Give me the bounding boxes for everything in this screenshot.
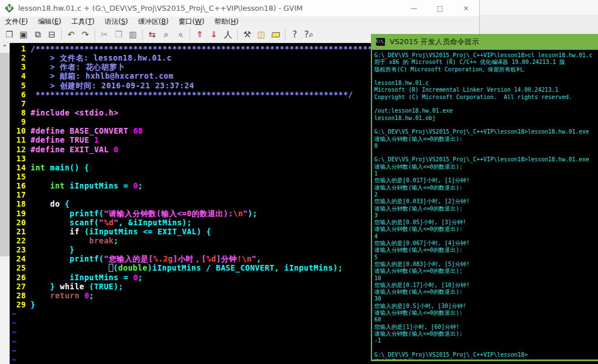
console-line: 4 [374,233,598,240]
toolbar-separator [142,29,143,40]
find-replace-button[interactable]: ⇆ [145,28,159,41]
redo-button[interactable]: ↷ [78,28,92,41]
console-line: 请输入分钟数(输入<=0的数退出): [374,136,598,143]
console-line: 60 [374,316,598,323]
console-line [374,149,598,156]
make-button[interactable]: ⚒ [240,28,254,41]
line-number: 17 [10,190,26,199]
tilde-marker: ~ [12,346,17,355]
save-session-button[interactable]: ⇓ [207,28,221,41]
console-line: 2 [374,191,598,198]
line-number: 3 [10,62,26,71]
maximize-button[interactable]: □ [427,0,453,16]
line-number: 11 [10,135,26,144]
console-line: 0 [374,143,598,149]
scrollbar-up-arrow-icon[interactable]: ^ [0,43,10,53]
line-number: 16 [10,181,26,190]
line-number: 29 [10,300,26,309]
console-line: 1 [374,170,598,177]
print-button[interactable]: ⊟ [45,28,59,41]
open-button[interactable]: ❒ [2,28,16,41]
line-number: 10 [10,126,26,135]
console-line: 30 [374,296,598,302]
line-number: 26 [10,273,26,282]
menu-e[interactable]: 编辑(E) [33,17,66,27]
line-number: 21 [10,227,26,236]
menu-f[interactable]: 文件(F) [0,17,33,27]
screen: V lesson18.hw.01.c + (G:\_DEV\VS_Proj\VS… [0,0,598,364]
menu-s[interactable]: 语法(S) [100,17,133,27]
console-line: 您输入的是[0.17]小时, [10]分钟! [374,282,598,289]
console-line: 版权所有(C) Microsoft Corporation。保留所有权利。 [374,66,598,73]
line-number: 25 [10,263,26,272]
find-help-button[interactable]: ?⌕ [302,28,316,41]
help-button[interactable]: ? [288,28,302,41]
line-number: 24 [10,254,26,263]
console-line: G:\_DEV\VS_Proj\VS2015_Proj\_C++VIP\less… [374,52,598,59]
line-number: 9 [10,117,26,126]
console-line: 请输入分钟数(输入<=0的数退出): [374,289,598,296]
copy-button[interactable]: ❐ [112,28,126,41]
save-button[interactable]: ▣ [16,28,31,41]
line-number: 20 [10,218,26,227]
menu-w[interactable]: 窗口(W) [174,17,210,27]
close-button[interactable]: ✕ [453,0,479,16]
console-line: 您输入的是[0.017]小时, [1]分钟! [374,177,598,184]
cut-button[interactable]: ✂ [97,28,112,41]
find-next-button[interactable]: ⌕ [159,28,173,41]
console-line: G:\_DEV\VS_Proj\VS2015_Proj\_C++VIP\less… [374,129,598,135]
line-number: 4 [10,71,26,80]
console-line: 3 [374,212,598,219]
save-all-button[interactable]: ⧉ [31,28,45,41]
run-script-button[interactable]: 人 [221,28,235,41]
console-line: -1 [374,337,598,344]
background-window-edge [480,0,598,15]
console-titlebar[interactable]: C:\_ VS2015 开发人员命令提示 [371,34,598,50]
console-window-title: VS2015 开发人员命令提示 [390,37,479,47]
tilde-marker: ~ [12,309,17,318]
console-line [374,344,598,351]
console-line: 您输入的是[0.5]小时, [30]分钟! [374,303,598,310]
find-prev-button[interactable]: ⌕ [173,28,187,41]
menu-h[interactable]: 帮助(H) [210,17,244,27]
console-line: 您输入的是[0.033]小时, [2]分钟! [374,198,598,205]
scrollbar-thumb[interactable] [0,53,10,256]
line-number: 8 [10,108,26,117]
console-output[interactable]: G:\_DEV\VS_Proj\VS2015_Proj\_C++VIP\less… [372,50,598,359]
console-line: 请输入分钟数(输入<=0的数退出): [374,185,598,191]
console-line: Microsoft (R) Incremental Linker Version… [374,87,598,93]
toolbar-separator [190,29,190,40]
paste-button[interactable]: ▥ [126,28,140,41]
menu-t[interactable]: 工具(T) [66,17,100,27]
vim-logo-icon: V [5,4,14,12]
console-line: 用于 x86 的 Microsoft (R) C/C++ 优化编译器 19.00… [374,59,598,66]
undo-button[interactable]: ↶ [64,28,78,41]
console-line: 请输入分钟数(输入<=0的数退出): [374,310,598,316]
line-number: 12 [10,145,26,154]
line-number: 15 [10,172,26,181]
console-line [374,101,598,108]
tag-jump-button[interactable] [268,28,283,41]
tilde-marker: ~ [12,355,17,364]
minimize-button[interactable]: — [401,0,427,16]
line-number: 18 [10,199,26,208]
console-line: 请输入分钟数(输入<=0的数退出): [374,247,598,254]
text-cursor [109,264,113,272]
menu-b[interactable]: 缓冲区(B) [133,17,174,27]
gvim-window-title: lesson18.hw.01.c + (G:\_DEV\VS_Proj\VS20… [18,4,303,12]
console-line: Copyright (C) Microsoft Corporation. All… [374,94,598,101]
console-line: /out:lesson18.hw.01.exe [374,108,598,114]
console-line: 请输入分钟数(输入<=0的数退出): [374,268,598,275]
gvim-titlebar[interactable]: V lesson18.hw.01.c + (G:\_DEV\VS_Proj\VS… [0,0,479,16]
vertical-scrollbar[interactable]: ^ [0,43,10,364]
toolbar-separator [285,29,285,40]
line-number: 22 [10,236,26,245]
run-ctags-button[interactable]: ◫ [254,28,268,41]
console-line: 请输入分钟数(输入<=0的数退出): [374,164,598,170]
console-line: 您输入的是[0.083]小时, [5]分钟! [374,261,598,268]
line-number: 5 [10,81,26,90]
line-number: 1 [10,44,26,53]
load-session-button[interactable]: ⇑ [193,28,207,41]
console-line: lesson18.hw.01.c [374,80,598,87]
console-line: 您输入的是[0.05]小时, [3]分钟! [374,219,598,226]
